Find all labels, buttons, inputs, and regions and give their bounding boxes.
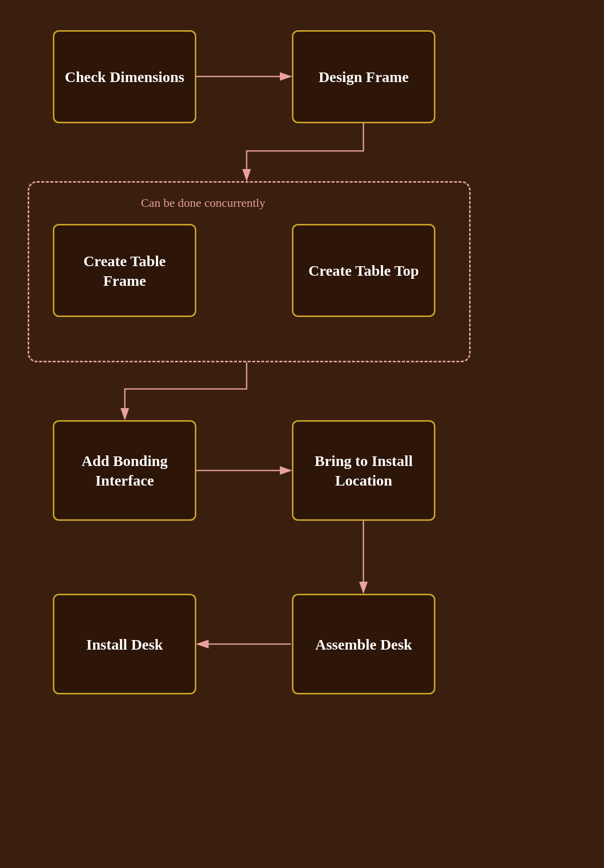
node-add-bonding-interface: Add Bonding Interface [53,420,196,521]
node-check-dimensions-label: Check Dimensions [65,67,185,87]
node-install-desk-label: Install Desk [86,635,163,654]
node-check-dimensions: Check Dimensions [53,30,196,123]
concurrent-label: Can be done concurrently [141,196,265,210]
node-design-frame-label: Design Frame [319,67,409,87]
node-create-table-frame: Create Table Frame [53,224,196,317]
node-design-frame: Design Frame [292,30,435,123]
arrow-concurrent-to-bonding [125,362,247,419]
node-install-desk: Install Desk [53,594,196,694]
node-assemble-desk: Assemble Desk [292,594,435,694]
node-bring-to-install-label: Bring to Install Location [304,451,424,490]
node-assemble-desk-label: Assemble Desk [315,635,412,654]
node-bring-to-install: Bring to Install Location [292,420,435,521]
node-create-table-top-label: Create Table Top [309,261,419,280]
node-create-table-frame-label: Create Table Frame [64,251,185,290]
node-create-table-top: Create Table Top [292,224,435,317]
node-add-bonding-interface-label: Add Bonding Interface [64,451,185,490]
arrow-design-to-concurrent [247,123,363,180]
diagram-container: Can be done concurrently Check Dimension… [0,0,604,868]
